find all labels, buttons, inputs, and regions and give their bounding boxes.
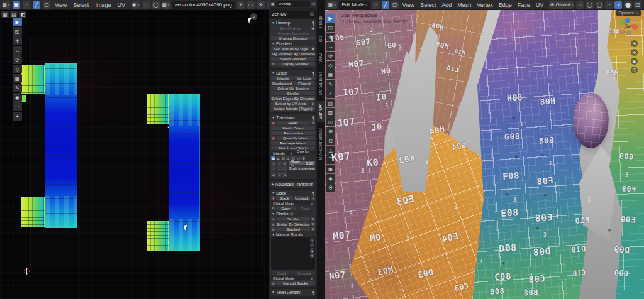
tool-annotate[interactable]: ✎ bbox=[13, 84, 22, 92]
mesh-strap-right[interactable] bbox=[472, 10, 608, 299]
stack-button[interactable]: Stack bbox=[276, 196, 293, 200]
gear-icon[interactable]: ✱ bbox=[311, 26, 315, 30]
zen-unwrap-button[interactable]: Zen Unwrap bbox=[271, 26, 310, 30]
grab-increment-button[interactable]: Grab Increment bbox=[289, 166, 315, 170]
menu-view[interactable]: View bbox=[53, 2, 69, 8]
copy-button[interactable]: Copy bbox=[276, 206, 296, 210]
pin-icon[interactable] bbox=[312, 21, 314, 24]
tool-rotate[interactable]: ⟳ bbox=[13, 55, 22, 64]
move-up-button[interactable]: ↑ bbox=[277, 161, 282, 166]
select-edges-by-direction-button[interactable]: Select Edges By Direction bbox=[271, 96, 315, 101]
menu-face[interactable]: Face bbox=[516, 2, 532, 8]
options-dropdown[interactable]: Options∨ bbox=[616, 10, 641, 16]
overlay-toggle-icon[interactable]: ▦ bbox=[1, 11, 9, 18]
stacked-button[interactable]: Stacked bbox=[276, 227, 310, 231]
eye-icon[interactable]: ⊙ bbox=[271, 217, 275, 221]
unlink-image-button[interactable]: ✕ bbox=[257, 1, 265, 9]
proportional-editing-icon[interactable]: ◯ bbox=[586, 1, 594, 9]
tool-pinch-brush[interactable]: ✦ bbox=[13, 112, 22, 121]
menu-uv[interactable]: UV bbox=[115, 2, 127, 8]
tool-smooth[interactable]: ▣ bbox=[326, 165, 335, 173]
transform-orientation-dropdown[interactable]: ⊕ Global∨ bbox=[549, 1, 574, 9]
gizmo-y-axis[interactable] bbox=[619, 20, 625, 25]
uv-canvas[interactable]: ⌕ bbox=[0, 10, 269, 299]
one-by-dropdown[interactable]: One by ... bbox=[295, 151, 315, 155]
unstack-button[interactable]: Unstack bbox=[294, 196, 311, 200]
menu-select[interactable]: Select bbox=[418, 2, 438, 8]
zoom-icon[interactable]: ⊕ bbox=[631, 40, 638, 47]
transform-fit-icon[interactable]: ⊡ bbox=[281, 156, 286, 160]
similar-by-selection-button[interactable]: Similar By Selection bbox=[276, 222, 310, 226]
eye-icon[interactable]: ⊙ bbox=[271, 281, 275, 285]
pivot-point-button[interactable]: ◉∨ bbox=[132, 1, 140, 9]
tool-inset-faces[interactable]: ▧ bbox=[326, 108, 335, 117]
paste-button[interactable]: Paste bbox=[296, 206, 316, 210]
select-by-uv-area-button[interactable]: Select by UV Area bbox=[271, 101, 310, 106]
perspective-toggle-icon[interactable]: ◫ bbox=[631, 67, 638, 73]
tool-rotate[interactable]: ⟳ bbox=[326, 52, 335, 60]
sort-islands-button[interactable]: Sort Islands by Tags bbox=[271, 46, 310, 51]
interselect-loop-button[interactable]: Int. Loop bbox=[294, 76, 316, 80]
proportional-editing-button[interactable]: ◯ bbox=[152, 1, 160, 9]
section-header[interactable]: ▼Select bbox=[270, 70, 316, 75]
image-browse-button[interactable]: ▦∨ bbox=[162, 1, 170, 9]
randomize-button[interactable]: Randomize bbox=[271, 131, 315, 135]
stacks-similar-button[interactable]: Similar bbox=[276, 217, 310, 221]
overlays-icon[interactable]: ◫ bbox=[634, 1, 641, 9]
editor-type-button[interactable]: ▣∨ bbox=[327, 1, 337, 9]
chevron-down-icon[interactable]: ∨ bbox=[311, 196, 315, 200]
tag-finished-button[interactable]: Tag Finished bbox=[271, 52, 293, 56]
gizmo-z-negative[interactable] bbox=[627, 31, 631, 35]
editor-type-button[interactable]: ▦∨ bbox=[3, 1, 10, 9]
move-down-button[interactable]: ▾ bbox=[310, 253, 314, 258]
add-stack-button[interactable]: + bbox=[310, 238, 314, 242]
uvmap-browse-button[interactable]: ▦ bbox=[270, 2, 275, 6]
move-center-button[interactable]: ∙ bbox=[277, 166, 282, 171]
area-slider-icon[interactable]: ≡ bbox=[311, 101, 315, 106]
quadrify-island-button[interactable]: Quadrify Island bbox=[276, 136, 315, 140]
tool-transform[interactable]: ▦ bbox=[13, 74, 22, 83]
tool-scale[interactable]: ◇ bbox=[326, 61, 335, 70]
manual-stacks-list[interactable]: + − ▴ ▾ bbox=[271, 237, 315, 270]
tab-zen-uv[interactable]: Zen UV bbox=[317, 101, 325, 122]
tool-tweak[interactable]: ▶ bbox=[326, 14, 335, 23]
uv-island-right[interactable] bbox=[147, 94, 200, 251]
navigation-gizmo[interactable] bbox=[619, 18, 638, 37]
tool-shrink-flatten[interactable]: ※ bbox=[326, 183, 335, 192]
camera-view-icon[interactable]: ▣ bbox=[631, 58, 638, 65]
menu-view[interactable]: View bbox=[401, 2, 416, 8]
mode-dropdown[interactable]: Edit Mode∨ bbox=[339, 1, 370, 9]
tool-spin[interactable]: ⌒ bbox=[326, 155, 335, 164]
menu-mesh[interactable]: Mesh bbox=[455, 2, 473, 8]
tool-select-box[interactable]: ◱ bbox=[13, 27, 22, 36]
open-image-button[interactable]: ▭ bbox=[247, 1, 255, 9]
manual-stack-button[interactable]: Stack bbox=[271, 271, 293, 275]
tool-cursor[interactable]: ✛ bbox=[13, 36, 22, 45]
select-mode-vertex[interactable]: ∙ bbox=[372, 1, 380, 9]
shading-wireframe-icon[interactable]: ◯ bbox=[596, 1, 604, 9]
gear-icon[interactable]: ✱ bbox=[311, 46, 315, 51]
select-mode-edge[interactable]: ╱ bbox=[382, 1, 389, 9]
transform-align-icon[interactable]: ≡ bbox=[286, 156, 291, 160]
pin-icon[interactable] bbox=[312, 72, 314, 74]
move-up-button[interactable]: ▴ bbox=[310, 248, 314, 253]
tool-move[interactable]: ↔ bbox=[326, 42, 335, 51]
tab-tool[interactable]: Tool bbox=[317, 33, 325, 48]
tool-loop-cut[interactable]: ⊞ bbox=[326, 127, 335, 136]
tool-scale[interactable]: ◇ bbox=[13, 65, 22, 73]
tool-knife[interactable]: ⊟ bbox=[326, 136, 335, 145]
section-header[interactable]: ▶Advanced Transform bbox=[270, 182, 316, 187]
select-uv-borders-button[interactable]: Select UV Borders bbox=[271, 86, 315, 90]
snap-button[interactable]: ∩ bbox=[142, 1, 150, 9]
eye-icon[interactable]: ⊙ bbox=[271, 227, 275, 231]
section-header[interactable]: ▼Transform bbox=[270, 115, 316, 120]
shading-rendered-icon[interactable]: ⬤ bbox=[624, 1, 632, 9]
select-mode-edge[interactable]: ╱ bbox=[33, 1, 40, 9]
global-mode-dropdown[interactable]: Global Mode∨ bbox=[271, 201, 315, 205]
tool-cursor[interactable]: ✛ bbox=[326, 33, 335, 41]
manual-unstack-button[interactable]: Unstack bbox=[294, 271, 316, 275]
move-up-right-button[interactable]: ↗ bbox=[282, 161, 287, 166]
select-islands-button[interactable]: ▪ Islands bbox=[271, 76, 293, 80]
transform-mode-dropdown[interactable]: Islands∨ bbox=[271, 151, 294, 155]
uv-island-left[interactable] bbox=[21, 63, 77, 228]
